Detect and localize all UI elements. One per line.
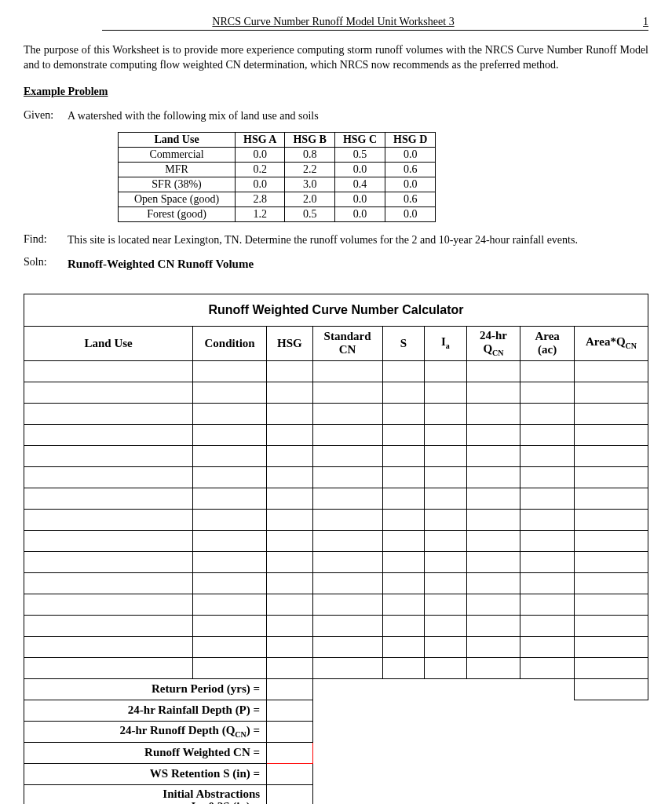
calc-cell[interactable] xyxy=(575,551,648,572)
calc-cell[interactable] xyxy=(267,657,313,678)
calc-cell[interactable] xyxy=(466,636,520,657)
calc-cell[interactable] xyxy=(466,488,520,509)
calc-cell[interactable] xyxy=(267,445,313,466)
calc-cell[interactable] xyxy=(425,509,467,530)
val-totals[interactable] xyxy=(575,678,648,700)
calc-cell[interactable] xyxy=(520,360,575,382)
calc-cell[interactable] xyxy=(312,551,382,572)
calc-cell[interactable] xyxy=(382,530,425,551)
calc-cell[interactable] xyxy=(193,466,267,488)
calc-cell[interactable] xyxy=(520,466,575,488)
val-rainfall-depth[interactable] xyxy=(267,700,313,721)
calc-cell[interactable] xyxy=(425,445,467,466)
calc-cell[interactable] xyxy=(312,488,382,509)
calc-cell[interactable] xyxy=(520,615,575,636)
calc-cell[interactable] xyxy=(382,403,425,424)
calc-cell[interactable] xyxy=(193,657,267,678)
calc-cell[interactable] xyxy=(575,360,648,382)
calc-cell[interactable] xyxy=(425,466,467,488)
val-return-period[interactable] xyxy=(267,678,313,700)
calc-cell[interactable] xyxy=(575,509,648,530)
calc-cell[interactable] xyxy=(520,382,575,403)
calc-cell[interactable] xyxy=(425,636,467,657)
calc-cell[interactable] xyxy=(382,615,425,636)
calc-cell[interactable] xyxy=(193,615,267,636)
calc-cell[interactable] xyxy=(312,382,382,403)
calc-cell[interactable] xyxy=(466,594,520,615)
calc-cell[interactable] xyxy=(267,466,313,488)
calc-cell[interactable] xyxy=(24,403,193,424)
calc-cell[interactable] xyxy=(267,551,313,572)
calc-cell[interactable] xyxy=(425,615,467,636)
calc-cell[interactable] xyxy=(312,657,382,678)
calc-cell[interactable] xyxy=(312,572,382,594)
calc-cell[interactable] xyxy=(466,445,520,466)
calc-cell[interactable] xyxy=(24,509,193,530)
calc-cell[interactable] xyxy=(425,382,467,403)
calc-cell[interactable] xyxy=(425,530,467,551)
calc-cell[interactable] xyxy=(575,530,648,551)
calc-cell[interactable] xyxy=(382,466,425,488)
calc-cell[interactable] xyxy=(193,403,267,424)
calc-cell[interactable] xyxy=(520,403,575,424)
calc-cell[interactable] xyxy=(24,488,193,509)
calc-cell[interactable] xyxy=(466,403,520,424)
calc-cell[interactable] xyxy=(520,594,575,615)
calc-cell[interactable] xyxy=(382,636,425,657)
calc-cell[interactable] xyxy=(425,360,467,382)
calc-cell[interactable] xyxy=(466,572,520,594)
calc-cell[interactable] xyxy=(382,488,425,509)
calc-cell[interactable] xyxy=(267,360,313,382)
calc-cell[interactable] xyxy=(382,509,425,530)
calc-cell[interactable] xyxy=(24,466,193,488)
calc-cell[interactable] xyxy=(466,360,520,382)
calc-cell[interactable] xyxy=(267,572,313,594)
calc-cell[interactable] xyxy=(382,551,425,572)
calc-cell[interactable] xyxy=(466,551,520,572)
calc-cell[interactable] xyxy=(382,657,425,678)
calc-cell[interactable] xyxy=(382,445,425,466)
calc-cell[interactable] xyxy=(24,530,193,551)
calc-cell[interactable] xyxy=(520,488,575,509)
calc-cell[interactable] xyxy=(312,509,382,530)
calc-cell[interactable] xyxy=(267,424,313,445)
calc-cell[interactable] xyxy=(466,509,520,530)
calc-cell[interactable] xyxy=(267,382,313,403)
val-runoff-depth[interactable] xyxy=(267,721,313,742)
calc-cell[interactable] xyxy=(425,594,467,615)
calc-cell[interactable] xyxy=(520,445,575,466)
calc-cell[interactable] xyxy=(575,636,648,657)
calc-cell[interactable] xyxy=(312,424,382,445)
calc-cell[interactable] xyxy=(382,382,425,403)
calc-cell[interactable] xyxy=(425,657,467,678)
calc-cell[interactable] xyxy=(312,636,382,657)
calc-cell[interactable] xyxy=(193,530,267,551)
calc-cell[interactable] xyxy=(24,615,193,636)
calc-cell[interactable] xyxy=(575,572,648,594)
val-weighted-cn[interactable] xyxy=(267,742,313,763)
calc-cell[interactable] xyxy=(312,594,382,615)
calc-cell[interactable] xyxy=(575,657,648,678)
calc-cell[interactable] xyxy=(520,424,575,445)
calc-cell[interactable] xyxy=(575,424,648,445)
calc-cell[interactable] xyxy=(312,403,382,424)
calc-cell[interactable] xyxy=(193,360,267,382)
calc-cell[interactable] xyxy=(466,382,520,403)
calc-cell[interactable] xyxy=(382,424,425,445)
calc-cell[interactable] xyxy=(425,572,467,594)
calc-cell[interactable] xyxy=(425,551,467,572)
calc-cell[interactable] xyxy=(575,382,648,403)
calc-cell[interactable] xyxy=(466,657,520,678)
calc-cell[interactable] xyxy=(425,424,467,445)
calc-cell[interactable] xyxy=(24,636,193,657)
calc-cell[interactable] xyxy=(520,551,575,572)
calc-cell[interactable] xyxy=(312,615,382,636)
calc-cell[interactable] xyxy=(575,615,648,636)
calc-cell[interactable] xyxy=(193,509,267,530)
calc-cell[interactable] xyxy=(193,572,267,594)
calc-cell[interactable] xyxy=(575,594,648,615)
calc-cell[interactable] xyxy=(520,572,575,594)
calc-cell[interactable] xyxy=(193,636,267,657)
calc-cell[interactable] xyxy=(466,530,520,551)
calc-cell[interactable] xyxy=(24,594,193,615)
